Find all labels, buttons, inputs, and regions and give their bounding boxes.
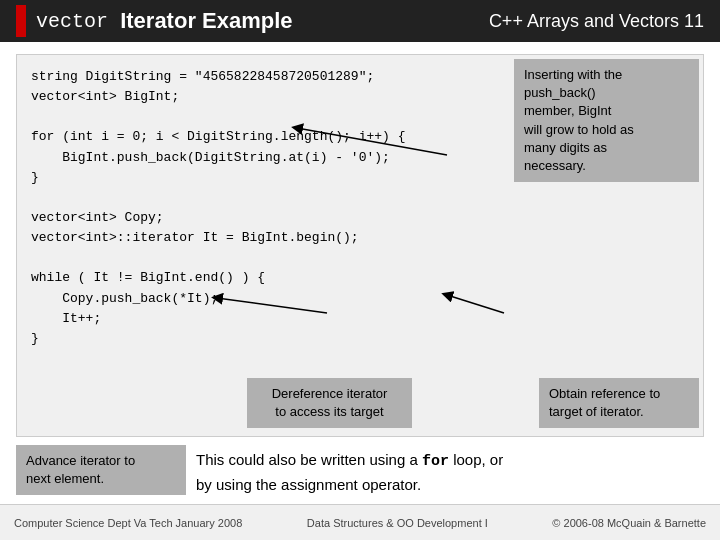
- insert-annotation: Inserting with the push_back() member, B…: [514, 59, 699, 182]
- code-line-7: [31, 188, 689, 208]
- red-bar-accent: [16, 5, 26, 37]
- main-content: string DigitString = "456582284587205012…: [0, 42, 720, 504]
- footer-center: Data Structures & OO Development I: [307, 517, 488, 529]
- footer-right: © 2006-08 McQuain & Barnette: [552, 517, 706, 529]
- header: vector Iterator Example C++ Arrays and V…: [0, 0, 720, 42]
- code-line-8: vector<int> Copy;: [31, 208, 689, 228]
- title-mono: vector: [36, 10, 108, 33]
- title-main: Iterator Example: [114, 8, 489, 34]
- code-line-10: [31, 248, 689, 268]
- advance-annotation: Advance iterator to next element.: [16, 445, 186, 495]
- for-loop-note: This could also be written using a for l…: [196, 445, 503, 496]
- bottom-note-area: Advance iterator to next element. This c…: [16, 445, 704, 496]
- footer-left: Computer Science Dept Va Tech January 20…: [14, 517, 242, 529]
- code-box: string DigitString = "456582284587205012…: [16, 54, 704, 437]
- code-line-12: Copy.push_back(*It);: [31, 289, 689, 309]
- for-keyword: for: [422, 453, 449, 470]
- obtain-annotation: Obtain reference to target of iterator.: [539, 378, 699, 428]
- code-line-11: while ( It != BigInt.end() ) {: [31, 268, 689, 288]
- code-line-13: It++;: [31, 309, 689, 329]
- chapter-label: C++ Arrays and Vectors 11: [489, 11, 704, 32]
- code-line-14: }: [31, 329, 689, 349]
- footer: Computer Science Dept Va Tech January 20…: [0, 504, 720, 540]
- code-line-9: vector<int>::iterator It = BigInt.begin(…: [31, 228, 689, 248]
- deref-annotation: Dereference iterator to access its targe…: [247, 378, 412, 428]
